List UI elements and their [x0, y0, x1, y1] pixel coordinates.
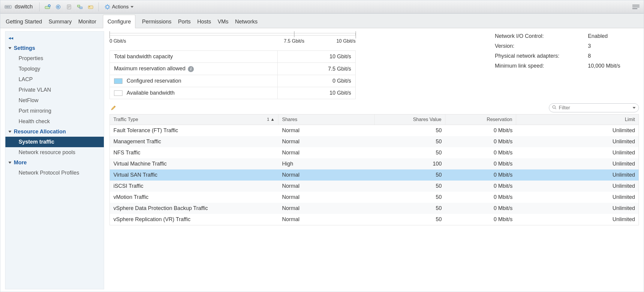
table-row[interactable]: vMotion TrafficNormal500 Mbit/sUnlimited — [110, 192, 639, 203]
info-icon[interactable]: i — [188, 66, 194, 72]
grid-header-row: Traffic Type 1 ▲ Shares Shares Value Res… — [110, 114, 639, 125]
cell-limit: Unlimited — [516, 181, 639, 192]
tab-permissions[interactable]: Permissions — [142, 15, 171, 28]
column-header-shares-value[interactable]: Shares Value — [375, 114, 445, 125]
bandwidth-row: Maximum reservation allowedi7.5 Gbit/s — [110, 63, 356, 75]
tab-ports[interactable]: Ports — [178, 15, 191, 28]
cell-shares-value: 50 — [375, 192, 445, 203]
tab-hosts[interactable]: Hosts — [197, 15, 211, 28]
sidebar-item-network-protocol-profiles[interactable]: Network Protocol Profiles — [5, 168, 104, 178]
svg-rect-9 — [80, 7, 82, 9]
tab-vms[interactable]: VMs — [218, 15, 228, 28]
configure-sidebar: ◂◂ SettingsPropertiesTopologyLACPPrivate… — [5, 31, 104, 289]
summary-value: 3 — [588, 43, 591, 49]
column-header-traffic-type[interactable]: Traffic Type 1 ▲ — [110, 114, 278, 125]
tab-summary[interactable]: Summary — [49, 15, 72, 28]
table-row[interactable]: vSphere Data Protection Backup TrafficNo… — [110, 203, 639, 214]
bandwidth-label: Available bandwidth — [127, 90, 175, 96]
column-header-limit[interactable]: Limit — [516, 114, 639, 125]
bandwidth-summary-table: Total bandwidth capacity10 Gbit/sMaximum… — [110, 50, 356, 99]
chevron-down-icon — [8, 47, 11, 49]
app-window: dswitch Actions Getting StartedSummaryMo… — [0, 0, 644, 292]
bandwidth-value: 10 Gbit/s — [278, 87, 356, 99]
cell-reservation: 0 Mbit/s — [445, 192, 516, 203]
grid-action-bar — [110, 103, 639, 112]
nioc-summary: Network I/O Control:EnabledVersion:3Phys… — [495, 31, 639, 71]
sidebar-item-netflow[interactable]: NetFlow — [5, 95, 104, 106]
svg-rect-3 — [9, 6, 10, 8]
table-row[interactable]: vSphere Replication (VR) TrafficNormal50… — [110, 214, 639, 225]
search-icon — [552, 105, 556, 111]
sidebar-item-port-mirroring[interactable]: Port mirroring — [5, 106, 104, 116]
tab-bar: Getting StartedSummaryMonitorConfigurePe… — [0, 14, 644, 28]
cell-limit: Unlimited — [516, 169, 639, 181]
cell-shares-value: 50 — [375, 147, 445, 158]
column-header-shares[interactable]: Shares — [278, 114, 375, 125]
sort-indicator: 1 ▲ — [267, 117, 275, 122]
bandwidth-label: Maximum reservation allowed — [114, 65, 185, 71]
system-traffic-grid: Traffic Type 1 ▲ Shares Shares Value Res… — [110, 114, 639, 225]
main-panel: 0 Gbit/s7.5 Gbit/s10 Gbit/s Total bandwi… — [104, 28, 644, 292]
sidebar-item-lacp[interactable]: LACP — [5, 74, 104, 85]
svg-point-12 — [106, 5, 109, 8]
tab-configure[interactable]: Configure — [103, 15, 135, 28]
chevron-down-icon — [8, 131, 11, 133]
svg-rect-2 — [7, 6, 8, 8]
cell-traffic-type: Virtual SAN Traffic — [110, 169, 278, 181]
toolbar-action-2-icon[interactable] — [53, 2, 63, 11]
cell-traffic-type: Management Traffic — [110, 136, 278, 147]
table-row[interactable]: Management TrafficNormal500 Mbit/sUnlimi… — [110, 136, 639, 147]
sidebar-group-more[interactable]: More — [5, 158, 104, 168]
filter-input[interactable] — [559, 105, 631, 111]
table-row[interactable]: Virtual Machine TrafficHigh1000 Mbit/sUn… — [110, 158, 639, 169]
cell-shares: Normal — [278, 125, 375, 136]
table-row[interactable]: Fault Tolerance (FT) TrafficNormal500 Mb… — [110, 125, 639, 136]
edit-button[interactable] — [110, 104, 117, 112]
toolbar-action-5-icon[interactable] — [86, 2, 95, 11]
collapse-sidebar-icon[interactable]: ◂◂ — [5, 35, 104, 43]
summary-key: Physical network adapters: — [495, 53, 588, 59]
sidebar-item-system-traffic[interactable]: System traffic — [5, 137, 104, 147]
toolbar-action-1-icon[interactable] — [43, 2, 52, 11]
cell-limit: Unlimited — [516, 147, 639, 158]
sidebar-group-settings[interactable]: Settings — [5, 43, 104, 53]
sidebar-item-health-check[interactable]: Health check — [5, 116, 104, 127]
actions-menu-button[interactable]: Actions — [102, 2, 137, 11]
column-header-reservation[interactable]: Reservation — [445, 114, 516, 125]
cell-traffic-type: vSphere Replication (VR) Traffic — [110, 214, 278, 225]
tab-getting-started[interactable]: Getting Started — [6, 15, 42, 28]
toolbar-action-3-icon[interactable] — [64, 2, 74, 11]
cell-shares-value: 50 — [375, 181, 445, 192]
cell-shares: Normal — [278, 192, 375, 203]
svg-point-21 — [553, 106, 555, 108]
summary-key: Version: — [495, 43, 588, 49]
pencil-icon — [110, 105, 116, 111]
chevron-down-icon — [131, 6, 134, 8]
table-row[interactable]: iSCSI TrafficNormal500 Mbit/sUnlimited — [110, 181, 639, 192]
summary-value: Enabled — [588, 33, 608, 39]
sidebar-group-resource-allocation[interactable]: Resource Allocation — [5, 127, 104, 137]
table-row[interactable]: NFS TrafficNormal500 Mbit/sUnlimited — [110, 147, 639, 158]
table-row[interactable]: Virtual SAN TrafficNormal500 Mbit/sUnlim… — [110, 169, 639, 181]
cell-shares: Normal — [278, 214, 375, 225]
tab-monitor[interactable]: Monitor — [78, 15, 96, 28]
bandwidth-value: 0 Gbit/s — [278, 75, 356, 87]
toolbar-action-4-icon[interactable] — [75, 2, 85, 11]
summary-value: 10,000 Mbit/s — [588, 63, 620, 69]
dswitch-icon — [5, 4, 12, 10]
svg-line-20 — [109, 5, 109, 6]
bandwidth-row: Configured reservation0 Gbit/s — [110, 75, 356, 87]
sidebar-item-network-resource-pools[interactable]: Network resource pools — [5, 147, 104, 158]
cell-traffic-type: Fault Tolerance (FT) Traffic — [110, 125, 278, 136]
cell-shares: Normal — [278, 136, 375, 147]
filter-box[interactable] — [549, 103, 639, 112]
svg-rect-8 — [77, 5, 80, 7]
sidebar-item-private-vlan[interactable]: Private VLAN — [5, 85, 104, 95]
tab-networks[interactable]: Networks — [235, 15, 257, 28]
sidebar-item-properties[interactable]: Properties — [5, 53, 104, 64]
panel-menu-icon[interactable] — [632, 4, 639, 10]
cell-reservation: 0 Mbit/s — [445, 214, 516, 225]
bandwidth-label: Total bandwidth capacity — [114, 53, 173, 59]
summary-value: 8 — [588, 53, 591, 59]
sidebar-item-topology[interactable]: Topology — [5, 64, 104, 74]
